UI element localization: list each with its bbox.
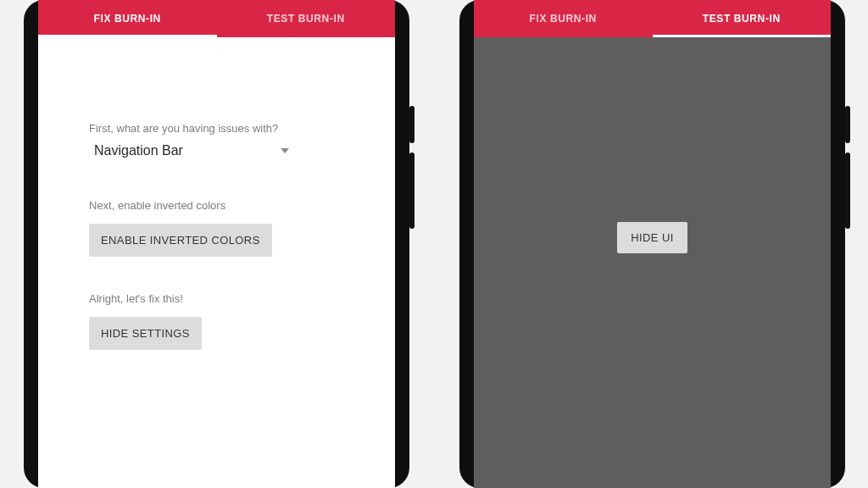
step-fix: Alright, let's fix this! HIDE SETTINGS (89, 292, 344, 350)
enable-inverted-colors-button[interactable]: ENABLE INVERTED COLORS (89, 224, 272, 257)
volume-rocker (409, 152, 415, 229)
step-invert: Next, enable inverted colors ENABLE INVE… (89, 199, 344, 257)
power-button (409, 106, 415, 143)
test-content: HIDE UI (474, 37, 831, 488)
phone-left: FIX BURN-IN TEST BURN-IN First, what are… (24, 0, 409, 488)
fix-content: First, what are you having issues with? … (38, 37, 395, 350)
phone-right: FIX BURN-IN TEST BURN-IN HIDE UI (459, 0, 845, 488)
phone-screen: FIX BURN-IN TEST BURN-IN First, what are… (38, 0, 395, 488)
fix-prompt: Alright, let's fix this! (89, 292, 344, 305)
tab-fix-burn-in[interactable]: FIX BURN-IN (38, 0, 217, 37)
step-issue: First, what are you having issues with? … (89, 122, 344, 164)
button-label: HIDE UI (631, 231, 673, 244)
invert-prompt: Next, enable inverted colors (89, 199, 344, 212)
tab-label: FIX BURN-IN (530, 13, 597, 25)
hide-ui-button[interactable]: HIDE UI (617, 222, 687, 253)
tab-test-burn-in[interactable]: TEST BURN-IN (653, 0, 832, 37)
issue-prompt: First, what are you having issues with? (89, 122, 344, 135)
button-label: HIDE SETTINGS (101, 327, 190, 340)
issue-dropdown[interactable]: Navigation Bar (89, 140, 291, 164)
tab-bar: FIX BURN-IN TEST BURN-IN (38, 0, 395, 37)
phone-screen: FIX BURN-IN TEST BURN-IN HIDE UI (474, 0, 831, 488)
issue-dropdown-value: Navigation Bar (94, 143, 281, 158)
power-button (845, 106, 850, 143)
screenshot-stage: FIX BURN-IN TEST BURN-IN First, what are… (0, 0, 868, 488)
tab-label: FIX BURN-IN (94, 13, 161, 25)
volume-rocker (845, 152, 850, 229)
tab-label: TEST BURN-IN (267, 13, 345, 25)
tab-test-burn-in[interactable]: TEST BURN-IN (217, 0, 396, 37)
tab-label: TEST BURN-IN (703, 13, 781, 25)
chevron-down-icon (281, 148, 289, 153)
tab-fix-burn-in[interactable]: FIX BURN-IN (474, 0, 653, 37)
button-label: ENABLE INVERTED COLORS (101, 234, 260, 247)
hide-settings-button[interactable]: HIDE SETTINGS (89, 317, 202, 350)
tab-bar: FIX BURN-IN TEST BURN-IN (474, 0, 831, 37)
